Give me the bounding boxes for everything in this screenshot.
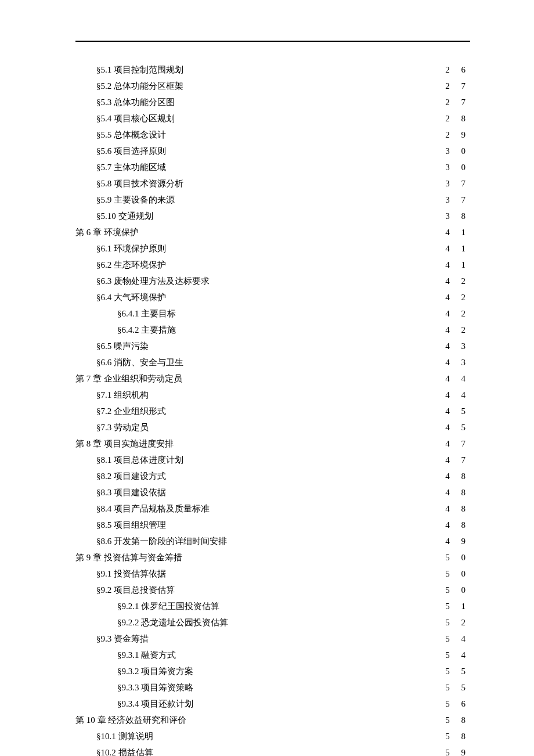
toc-leader-dots: [229, 535, 443, 544]
toc-leader-dots: [168, 405, 443, 414]
toc-leader-dots: [178, 324, 443, 333]
toc-page-number: 4 4: [445, 388, 470, 402]
toc-entry: §8.5 项目组织管理4 8: [75, 518, 470, 532]
toc-leader-dots: [178, 649, 443, 658]
toc-page-number: 4 2: [445, 290, 470, 304]
toc-leader-dots: [196, 665, 443, 674]
toc-leader-dots: [177, 194, 443, 203]
toc-leader-dots: [168, 243, 443, 251]
toc-leader-dots: [168, 519, 443, 528]
toc-entry: §9.1 投资估算依据5 0: [75, 567, 470, 581]
toc-label: §5.10 交通规划: [96, 209, 153, 223]
toc-label: 第 10 章 经济效益研究和评价: [75, 713, 186, 727]
toc-leader-dots: [186, 454, 443, 463]
toc-label: §6.4.2 主要措施: [117, 323, 176, 337]
toc-page-number: 4 8: [445, 485, 470, 499]
toc-label: 第 6 章 环境保护: [75, 225, 139, 239]
toc-entry: §9.2 项目总投资估算5 0: [75, 583, 470, 597]
toc-label: §8.2 项目建设方式: [96, 469, 166, 483]
toc-label: §9.2 项目总投资估算: [96, 583, 175, 597]
toc-label: §9.2.1 侏罗纪王国投资估算: [117, 599, 219, 613]
toc-leader-dots: [168, 291, 443, 300]
toc-page-number: 2 7: [445, 79, 470, 93]
toc-page-number: 4 7: [445, 453, 470, 467]
toc-entry: §5.8 项目技术资源分析3 7: [75, 177, 470, 190]
toc-entry: §9.2.2 恐龙遗址公园投资估算5 2: [75, 615, 470, 629]
toc-page-number: 4 1: [445, 242, 470, 255]
toc-label: §9.3 资金筹措: [96, 632, 149, 646]
toc-leader-dots: [178, 308, 443, 316]
toc-entry: 第 6 章 环境保护4 1: [75, 225, 470, 239]
toc-label: §9.3.4 项目还款计划: [117, 697, 193, 711]
toc-page-number: 3 0: [445, 144, 470, 158]
toc-page-number: 2 8: [445, 111, 470, 125]
toc-leader-dots: [186, 357, 443, 365]
toc-entry: §5.7 主体功能区域3 0: [75, 160, 470, 174]
toc-page-number: 5 2: [445, 615, 470, 629]
toc-label: §9.3.2 项目筹资方案: [117, 664, 193, 678]
toc-leader-dots: [168, 161, 443, 170]
toc-leader-dots: [185, 373, 443, 381]
toc-page-number: 4 5: [445, 404, 470, 418]
toc-page-number: 4 8: [445, 469, 470, 483]
toc-entry: §8.2 项目建设方式4 8: [75, 469, 470, 483]
toc-entry: §9.3.1 融资方式5 4: [75, 648, 470, 662]
toc-label: §6.2 生态环境保护: [96, 258, 166, 272]
toc-label: 第 7 章 企业组织和劳动定员: [75, 372, 182, 386]
toc-leader-dots: [151, 389, 443, 398]
toc-label: §5.6 项目选择原则: [96, 144, 166, 158]
toc-entry: §6.2 生态环境保护4 1: [75, 258, 470, 272]
toc-page-number: 5 1: [445, 599, 470, 613]
toc-leader-dots: [141, 226, 443, 235]
toc-label: §6.5 噪声污染: [96, 339, 149, 353]
toc-entry: §9.3.2 项目筹资方案5 5: [75, 664, 470, 678]
toc-page-number: 5 5: [445, 664, 470, 678]
toc-label: §7.2 企业组织形式: [96, 404, 166, 418]
toc-page-number: 5 0: [445, 550, 470, 564]
toc-entry: §6.1 环境保护原则4 1: [75, 242, 470, 255]
toc-label: §5.9 主要设备的来源: [96, 193, 175, 207]
toc-leader-dots: [177, 96, 443, 105]
toc-page-number: 4 8: [445, 502, 470, 516]
toc-entry: §9.3.3 项目筹资策略5 5: [75, 681, 470, 694]
toc-entry: 第 7 章 企业组织和劳动定员4 4: [75, 372, 470, 386]
toc-label: §8.4 项目产品规格及质量标准: [96, 502, 210, 516]
toc-entry: §6.4.2 主要措施4 2: [75, 323, 470, 337]
toc-page-number: 4 5: [445, 420, 470, 434]
toc-page-number: 4 8: [445, 518, 470, 532]
toc-entry: §9.2.1 侏罗纪王国投资估算5 1: [75, 599, 470, 613]
toc-entry: §9.3 资金筹措5 4: [75, 632, 470, 646]
toc-page-number: 5 5: [445, 681, 470, 694]
toc-entry: §6.4.1 主要目标4 2: [75, 307, 470, 321]
toc-leader-dots: [196, 682, 443, 690]
toc-page-number: 4 2: [445, 323, 470, 337]
toc-leader-dots: [186, 178, 443, 186]
toc-leader-dots: [222, 600, 443, 609]
toc-leader-dots: [156, 730, 443, 739]
toc-entry: §8.6 开发第一阶段的详细时间安排4 9: [75, 534, 470, 548]
toc-page-number: 5 9: [445, 746, 470, 756]
toc-page-number: 4 2: [445, 307, 470, 321]
toc-leader-dots: [168, 145, 443, 154]
toc-label: §8.5 项目组织管理: [96, 518, 166, 532]
toc-entry: §5.6 项目选择原则3 0: [75, 144, 470, 158]
toc-page-number: 3 7: [445, 177, 470, 190]
toc-page-number: 5 0: [445, 567, 470, 581]
toc-label: §6.4 大气环境保护: [96, 290, 166, 304]
toc-leader-dots: [168, 129, 443, 138]
header-rule: [75, 41, 470, 42]
toc-entry: §6.3 废物处理方法及达标要求4 2: [75, 274, 470, 288]
toc-leader-dots: [212, 275, 443, 284]
toc-leader-dots: [196, 698, 443, 707]
toc-label: §5.1 项目控制范围规划: [96, 63, 183, 77]
toc-entry: §7.3 劳动定员4 5: [75, 420, 470, 434]
toc-label: §10.1 测算说明: [96, 729, 153, 743]
toc-leader-dots: [185, 552, 443, 560]
toc-entry: §8.3 项目建设依据4 8: [75, 485, 470, 499]
toc-page-number: 2 7: [445, 95, 470, 109]
toc-page-number: 5 0: [445, 583, 470, 597]
toc-page-number: 5 4: [445, 632, 470, 646]
toc-page-number: 5 4: [445, 648, 470, 662]
toc-entry: 第 10 章 经济效益研究和评价5 8: [75, 713, 470, 727]
toc-leader-dots: [168, 259, 443, 268]
